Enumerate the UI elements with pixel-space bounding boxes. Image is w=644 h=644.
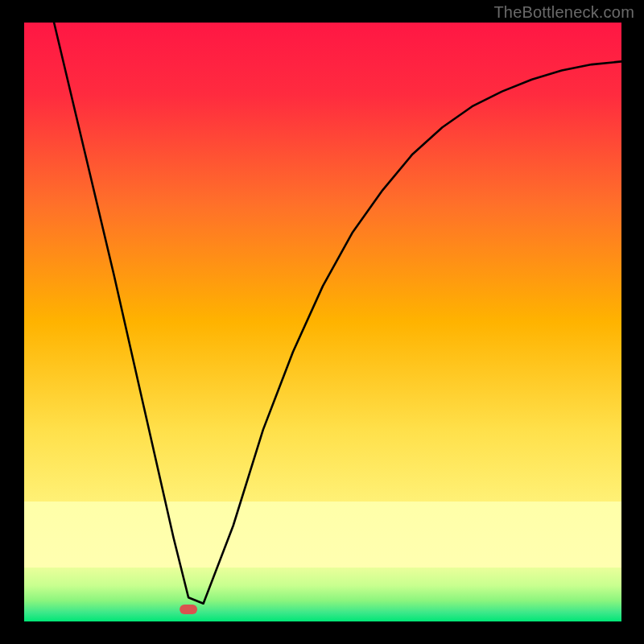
watermark-text: TheBottleneck.com <box>493 3 634 22</box>
optimum-marker <box>180 605 197 614</box>
chart-frame: TheBottleneck.com <box>0 0 644 644</box>
chart-canvas <box>0 0 644 644</box>
plot-background <box>24 23 621 621</box>
